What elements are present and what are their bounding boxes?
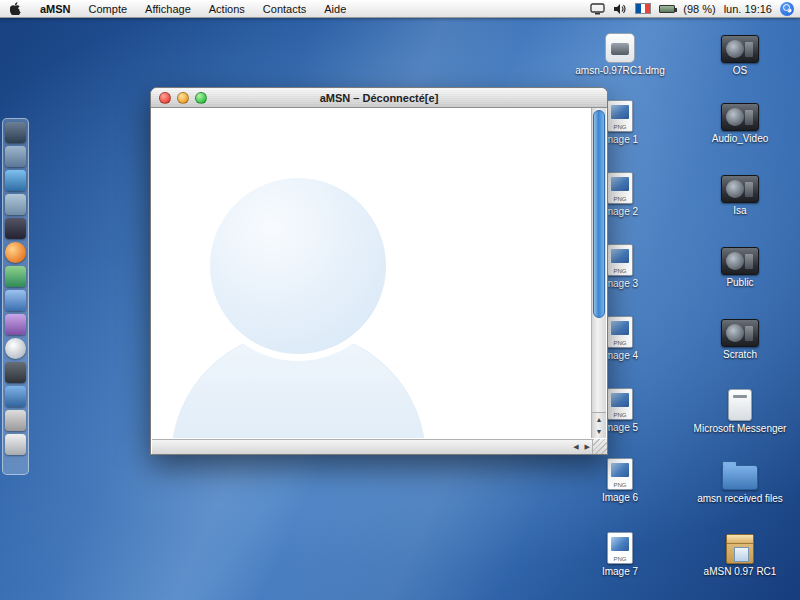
dock	[2, 118, 29, 475]
dock-icon-4[interactable]	[5, 194, 26, 215]
png-document-icon	[607, 458, 633, 490]
scroll-up-arrow-icon[interactable]: ▲	[596, 416, 603, 423]
menu-actions[interactable]: Actions	[200, 0, 254, 18]
dock-icon-7[interactable]	[5, 266, 26, 287]
icon-label: Microsoft Messenger	[692, 423, 788, 434]
png-document-icon	[607, 316, 633, 348]
dock-icon-3[interactable]	[5, 170, 26, 191]
icon-label: Image 6	[572, 492, 668, 503]
dock-icon-12[interactable]	[5, 386, 26, 407]
dock-icon-11[interactable]	[5, 362, 26, 383]
icon-label: Scratch	[692, 349, 788, 360]
dock-icon-5[interactable]	[5, 218, 26, 239]
menu-aide[interactable]: Aide	[315, 0, 355, 18]
internal-drive-icon	[721, 319, 759, 347]
icon-label: Image 7	[572, 566, 668, 577]
contact-list-area	[152, 108, 591, 438]
dock-icon-1[interactable]	[5, 122, 26, 143]
menubar-clock[interactable]: lun. 19:16	[724, 3, 772, 15]
battery-icon[interactable]	[659, 5, 675, 13]
dock-icon-10[interactable]	[5, 338, 26, 359]
png-document-icon	[607, 172, 633, 204]
dock-icon-trash[interactable]	[5, 434, 26, 455]
vertical-scrollbar[interactable]: ▲ ▼	[591, 108, 606, 438]
dock-icon-9[interactable]	[5, 314, 26, 335]
png-document-icon	[607, 388, 633, 420]
desktop-icon-audio-video[interactable]: Audio_Video	[692, 100, 788, 144]
french-flag-icon[interactable]	[635, 3, 651, 14]
folder-icon	[722, 465, 758, 490]
internal-drive-icon	[721, 35, 759, 63]
internal-drive-icon	[721, 247, 759, 275]
icon-label: aMSN 0.97 RC1	[692, 566, 788, 577]
apple-logo-icon	[10, 2, 21, 15]
desktop-icon-public[interactable]: Public	[692, 244, 788, 288]
desktop-icon-isa[interactable]: Isa	[692, 172, 788, 216]
png-document-icon	[607, 100, 633, 132]
desktop-icon-os[interactable]: OS	[692, 32, 788, 76]
menu-amsn[interactable]: aMSN	[31, 0, 80, 18]
displays-icon[interactable]	[590, 3, 605, 15]
window-titlebar[interactable]: aMSN – Déconnecté[e]	[151, 88, 607, 108]
vertical-scrollbar-thumb[interactable]	[593, 110, 605, 318]
dock-icon-2[interactable]	[5, 146, 26, 167]
spotlight-icon[interactable]	[780, 2, 794, 16]
volume-icon[interactable]	[613, 3, 627, 15]
icon-label: OS	[692, 65, 788, 76]
vertical-scrollbar-arrows[interactable]: ▲ ▼	[592, 412, 606, 438]
png-document-icon	[607, 244, 633, 276]
png-document-icon	[607, 532, 633, 564]
icon-label: Public	[692, 277, 788, 288]
apple-menu[interactable]	[0, 2, 31, 15]
installer-package-icon	[726, 534, 754, 564]
icon-label: Audio_Video	[692, 133, 788, 144]
internal-drive-icon	[721, 175, 759, 203]
desktop-icon-amsn-app[interactable]: aMSN 0.97 RC1	[692, 532, 788, 577]
horizontal-scrollbar-arrows[interactable]: ◀ ▶	[573, 443, 590, 451]
desktop-icon-microsoft-messenger[interactable]: Microsoft Messenger	[692, 388, 788, 434]
menubar-status-area: (98 %) lun. 19:16	[590, 2, 800, 16]
amsn-window: aMSN – Déconnecté[e] ▲ ▼ ◀ ▶	[150, 87, 608, 455]
icon-label: Isa	[692, 205, 788, 216]
horizontal-scrollbar[interactable]: ◀ ▶	[152, 439, 606, 454]
dock-icon-13[interactable]	[5, 410, 26, 431]
disk-image-icon	[605, 33, 635, 63]
icon-label: amsn received files	[692, 493, 788, 504]
battery-percent[interactable]: (98 %)	[683, 3, 715, 15]
desktop-icon-image6[interactable]: Image 6	[572, 458, 668, 503]
desktop-icon-image7[interactable]: Image 7	[572, 532, 668, 577]
internal-drive-icon	[721, 103, 759, 131]
desktop-icon-amsn-received-files[interactable]: amsn received files	[692, 458, 788, 504]
menu-affichage[interactable]: Affichage	[136, 0, 200, 18]
msn-buddy-head-shape	[210, 178, 386, 354]
window-title: aMSN – Déconnecté[e]	[151, 92, 607, 104]
scroll-left-arrow-icon[interactable]: ◀	[573, 443, 578, 451]
menu-contacts[interactable]: Contacts	[254, 0, 315, 18]
scroll-down-arrow-icon[interactable]: ▼	[596, 428, 603, 435]
desktop-wallpaper: aMSN Compte Affichage Actions Contacts A…	[0, 0, 800, 600]
desktop-icon-dmg[interactable]: amsn-0.97RC1.dmg	[572, 32, 668, 76]
dock-icon-8[interactable]	[5, 290, 26, 311]
desktop-icon-scratch[interactable]: Scratch	[692, 316, 788, 360]
external-drive-icon	[728, 389, 752, 421]
menubar: aMSN Compte Affichage Actions Contacts A…	[0, 0, 800, 18]
icon-label: amsn-0.97RC1.dmg	[572, 65, 668, 76]
resize-grip[interactable]	[592, 439, 607, 454]
scroll-right-arrow-icon[interactable]: ▶	[585, 443, 590, 451]
dock-icon-6[interactable]	[5, 242, 26, 263]
menu-compte[interactable]: Compte	[80, 0, 137, 18]
